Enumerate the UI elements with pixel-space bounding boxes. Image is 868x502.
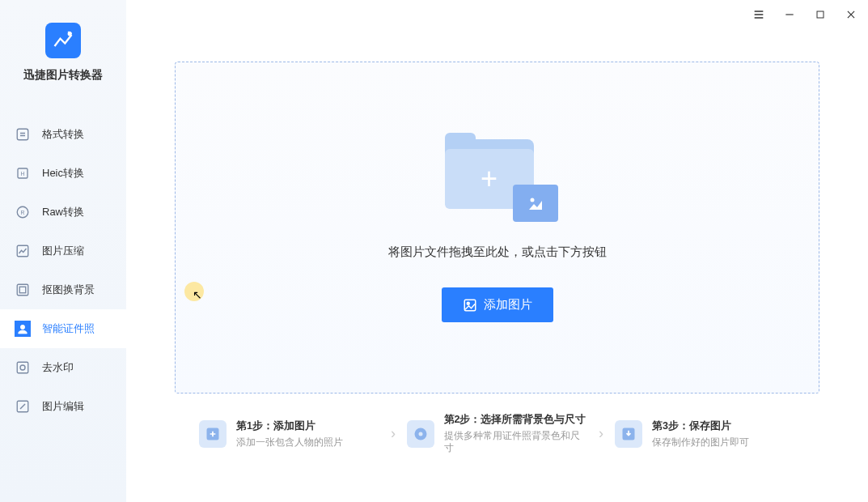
image-icon bbox=[513, 185, 558, 222]
sidebar-item-heic[interactable]: H Heic转换 bbox=[0, 154, 126, 193]
svg-point-14 bbox=[530, 198, 534, 202]
cutout-icon bbox=[15, 282, 31, 298]
raw-icon: R bbox=[15, 204, 31, 220]
edit-icon bbox=[15, 398, 31, 415]
titlebar bbox=[126, 0, 868, 29]
minimize-button[interactable] bbox=[782, 7, 797, 22]
sidebar-item-label: 抠图换背景 bbox=[42, 283, 95, 297]
chevron-right-icon: › bbox=[386, 425, 400, 442]
step-desc: 提供多种常用证件照背景色和尺寸 bbox=[444, 430, 587, 454]
step-title: 第2步：选择所需背景色与尺寸 bbox=[444, 413, 587, 427]
compress-icon bbox=[15, 243, 31, 259]
svg-text:H: H bbox=[21, 171, 25, 177]
menu-button[interactable] bbox=[752, 7, 766, 22]
chevron-right-icon: › bbox=[594, 425, 608, 442]
main: + 将图片文件拖拽至此处，或点击下方按钮 添加图片 第1步：添加图片 添加一张包… bbox=[126, 0, 868, 502]
add-image-button[interactable]: 添加图片 bbox=[442, 287, 553, 322]
convert-icon bbox=[15, 126, 31, 143]
svg-rect-8 bbox=[19, 287, 26, 293]
dropzone[interactable]: + 将图片文件拖拽至此处，或点击下方按钮 添加图片 bbox=[175, 62, 819, 394]
nav-list: 格式转换 H Heic转换 R Raw转换 图片压缩 抠图换背景 智能证件照 去… bbox=[0, 115, 126, 426]
sidebar-item-label: 智能证件照 bbox=[42, 321, 95, 336]
sidebar-item-idphoto[interactable]: 智能证件照 bbox=[0, 309, 126, 348]
sidebar-item-watermark[interactable]: 去水印 bbox=[0, 348, 126, 387]
content: + 将图片文件拖拽至此处，或点击下方按钮 添加图片 第1步：添加图片 添加一张包… bbox=[126, 29, 868, 502]
logo-block: 迅捷图片转换器 bbox=[0, 0, 126, 91]
sidebar-item-label: Heic转换 bbox=[42, 166, 84, 181]
app-title: 迅捷图片转换器 bbox=[23, 68, 103, 83]
step-1: 第1步：添加图片 添加一张包含人物的照片 bbox=[199, 419, 379, 449]
sidebar-item-label: 图片压缩 bbox=[42, 244, 84, 258]
dropzone-illustration: + bbox=[437, 133, 558, 222]
dropzone-hint: 将图片文件拖拽至此处，或点击下方按钮 bbox=[388, 245, 607, 260]
svg-point-11 bbox=[20, 365, 25, 370]
sidebar-item-format-convert[interactable]: 格式转换 bbox=[0, 115, 126, 154]
sidebar-item-label: Raw转换 bbox=[42, 205, 84, 219]
maximize-button[interactable] bbox=[813, 7, 828, 22]
plus-icon: + bbox=[481, 164, 498, 194]
step-title: 第1步：添加图片 bbox=[236, 419, 343, 433]
step-desc: 添加一张包含人物的照片 bbox=[236, 436, 343, 449]
svg-point-19 bbox=[418, 432, 422, 436]
app-logo-icon bbox=[45, 23, 81, 58]
step-add-icon bbox=[199, 420, 227, 448]
svg-rect-1 bbox=[17, 129, 28, 140]
watermark-icon bbox=[15, 359, 31, 376]
sidebar-item-label: 图片编辑 bbox=[42, 399, 84, 414]
step-title: 第3步：保存图片 bbox=[652, 419, 749, 433]
svg-point-9 bbox=[20, 325, 24, 329]
add-image-label: 添加图片 bbox=[484, 297, 532, 313]
step-save-icon bbox=[615, 420, 642, 448]
sidebar-item-label: 去水印 bbox=[42, 360, 74, 375]
sidebar-item-cutout[interactable]: 抠图换背景 bbox=[0, 270, 126, 309]
sidebar: 迅捷图片转换器 格式转换 H Heic转换 R Raw转换 图片压缩 抠图换背景… bbox=[0, 0, 126, 502]
svg-rect-7 bbox=[17, 284, 28, 296]
sidebar-item-label: 格式转换 bbox=[42, 127, 84, 142]
svg-point-16 bbox=[467, 302, 469, 304]
svg-rect-10 bbox=[17, 362, 28, 373]
step-gear-icon bbox=[407, 420, 434, 448]
svg-rect-13 bbox=[817, 11, 824, 18]
close-button[interactable] bbox=[844, 7, 858, 22]
step-desc: 保存制作好的图片即可 bbox=[652, 436, 749, 449]
image-icon bbox=[463, 298, 477, 313]
step-3: 第3步：保存图片 保存制作好的图片即可 bbox=[615, 419, 795, 449]
step-2: 第2步：选择所需背景色与尺寸 提供多种常用证件照背景色和尺寸 bbox=[407, 413, 587, 454]
sidebar-item-raw[interactable]: R Raw转换 bbox=[0, 193, 126, 232]
heic-icon: H bbox=[15, 165, 31, 181]
svg-text:R: R bbox=[21, 210, 25, 215]
sidebar-item-compress[interactable]: 图片压缩 bbox=[0, 232, 126, 270]
idphoto-icon bbox=[15, 321, 31, 337]
steps-row: 第1步：添加图片 添加一张包含人物的照片 › 第2步：选择所需背景色与尺寸 提供… bbox=[175, 394, 819, 462]
sidebar-item-edit[interactable]: 图片编辑 bbox=[0, 387, 126, 426]
